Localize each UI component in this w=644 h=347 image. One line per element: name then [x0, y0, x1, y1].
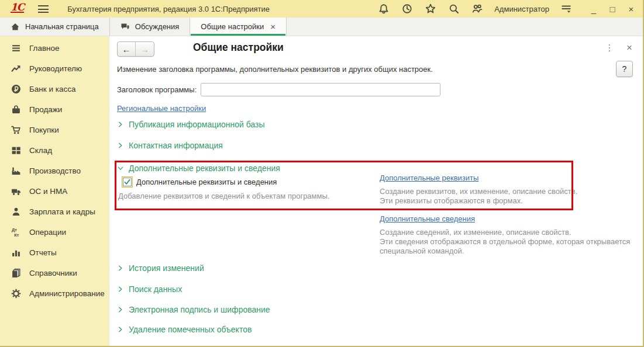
minimize-button[interactable]: _ — [586, 2, 602, 15]
sidebar-item-bank-cash[interactable]: Банк и касса — [0, 79, 109, 99]
maximize-button[interactable]: □ — [604, 2, 621, 15]
tab-settings-label: Общие настройки — [201, 22, 264, 31]
sidebar-item-operations[interactable]: Операции — [0, 222, 109, 242]
service-menu-icon[interactable] — [557, 2, 575, 15]
sidebar-item-reports[interactable]: Отчеты — [0, 242, 109, 263]
sidebar-item-main[interactable]: Главное — [0, 38, 109, 58]
sidebar-item-os-nma[interactable]: ОС и НМА — [0, 181, 109, 202]
sidebar-item-sales[interactable]: Продажи — [0, 99, 109, 120]
section-additional-attributes[interactable]: Дополнительные реквизиты и сведения — [117, 164, 280, 173]
program-title-input[interactable] — [201, 83, 440, 96]
gear-icon — [10, 289, 22, 299]
back-button[interactable]: ← — [118, 42, 136, 56]
chevron-down-icon — [117, 165, 124, 172]
forward-button[interactable]: → — [136, 42, 154, 56]
sidebar-item-salary-hr[interactable]: Зарплата и кадры — [0, 202, 109, 222]
person-icon — [10, 207, 22, 217]
tab-general-settings[interactable]: Общие настройки × — [190, 18, 287, 36]
regional-settings-link[interactable]: Региональные настройки — [117, 104, 206, 113]
chevron-right-icon — [117, 121, 124, 128]
ruble-icon — [10, 84, 22, 95]
boxes-icon — [10, 145, 22, 156]
additional-attributes-link[interactable]: Дополнительные реквизиты — [380, 173, 478, 182]
section-contact-info[interactable]: Контактная информация — [117, 141, 223, 150]
tab-close-icon[interactable]: × — [270, 22, 275, 31]
section-change-history[interactable]: История изменений — [117, 263, 204, 273]
checkmark-icon — [123, 178, 131, 186]
help-button[interactable]: ? — [616, 61, 633, 77]
main-menu-icon[interactable] — [38, 5, 49, 13]
tab-home-label: Начальная страница — [25, 22, 99, 31]
barchart-icon — [10, 248, 22, 258]
dtkt-icon — [10, 227, 22, 238]
favorites-star-icon[interactable] — [422, 2, 439, 15]
checkbox-focus-outline — [122, 176, 133, 188]
more-menu-icon[interactable]: ⋮ — [605, 43, 614, 53]
window-title: Бухгалтерия предприятия, редакция 3.0 1С… — [67, 5, 270, 13]
page-title: Общие настройки — [193, 41, 284, 54]
tab-bar: Начальная страница Обсуждения Общие наст… — [0, 18, 644, 36]
books-icon — [10, 268, 22, 279]
bag-icon — [10, 105, 22, 115]
factory-icon — [10, 166, 22, 176]
chevron-right-icon — [117, 326, 124, 333]
history-icon[interactable] — [398, 2, 416, 15]
sidebar-item-warehouse[interactable]: Склад — [0, 140, 109, 161]
cart-icon — [10, 125, 22, 136]
nav-buttons: ← → — [117, 41, 154, 57]
additional-attributes-note: Добавление реквизитов и сведений к объек… — [118, 192, 329, 200]
tab-home[interactable]: Начальная страница — [0, 18, 110, 36]
chevron-right-icon — [117, 306, 124, 313]
page-subtitle: Изменение заголовка программы, дополните… — [117, 65, 433, 74]
current-user: Администратор — [494, 5, 549, 13]
chevron-right-icon — [117, 286, 124, 293]
sidebar: Главное Руководителю Банк и касса Продаж… — [0, 36, 109, 347]
checkbox-label: Дополнительные реквизиты и сведения — [136, 178, 277, 186]
sidebar-item-purchases[interactable]: Покупки — [0, 120, 109, 140]
section-data-search[interactable]: Поиск данных — [117, 284, 182, 294]
additional-info-description: Создание сведений, их изменение, описани… — [380, 228, 630, 256]
users-icon[interactable] — [469, 2, 486, 15]
additional-attributes-description: Создание реквизитов, их изменение, описа… — [380, 187, 577, 206]
truck-icon — [10, 186, 22, 197]
home-icon — [11, 22, 20, 32]
tab-discussions[interactable]: Обсуждения — [110, 18, 191, 36]
tab-discussions-label: Обсуждения — [135, 22, 180, 31]
section-marked-objects-deletion[interactable]: Удаление помеченных объектов — [117, 325, 252, 334]
sidebar-item-production[interactable]: Производство — [0, 161, 109, 181]
sidebar-item-manager[interactable]: Руководителю — [0, 58, 109, 79]
checkbox-box[interactable] — [123, 178, 132, 186]
chevron-right-icon — [117, 265, 124, 272]
additional-info-link[interactable]: Дополнительные сведения — [380, 214, 475, 223]
1c-logo: 1С — [11, 3, 24, 13]
menu-icon — [10, 43, 22, 54]
sidebar-item-directories[interactable]: Справочники — [0, 263, 109, 283]
window-titlebar: 1С Бухгалтерия предприятия, редакция 3.0… — [0, 0, 644, 18]
general-settings-form: ← → Общие настройки ⋮ × Изменение заголо… — [109, 36, 644, 347]
section-infobase-publication[interactable]: Публикация информационной базы — [117, 120, 265, 129]
search-icon[interactable] — [445, 2, 463, 15]
chevron-right-icon — [117, 142, 124, 149]
trend-icon — [10, 64, 22, 74]
sidebar-item-administration[interactable]: Администрирование — [0, 283, 109, 304]
notifications-bell-icon[interactable] — [375, 2, 392, 15]
chat-icon — [120, 22, 130, 32]
program-title-label: Заголовок программы: — [117, 85, 197, 94]
close-window-button[interactable]: × — [623, 2, 639, 15]
section-digital-signature[interactable]: Электронная подпись и шифрование — [117, 305, 270, 314]
close-form-icon[interactable]: × — [626, 42, 632, 54]
additional-attributes-checkbox[interactable]: Дополнительные реквизиты и сведения — [122, 176, 277, 188]
